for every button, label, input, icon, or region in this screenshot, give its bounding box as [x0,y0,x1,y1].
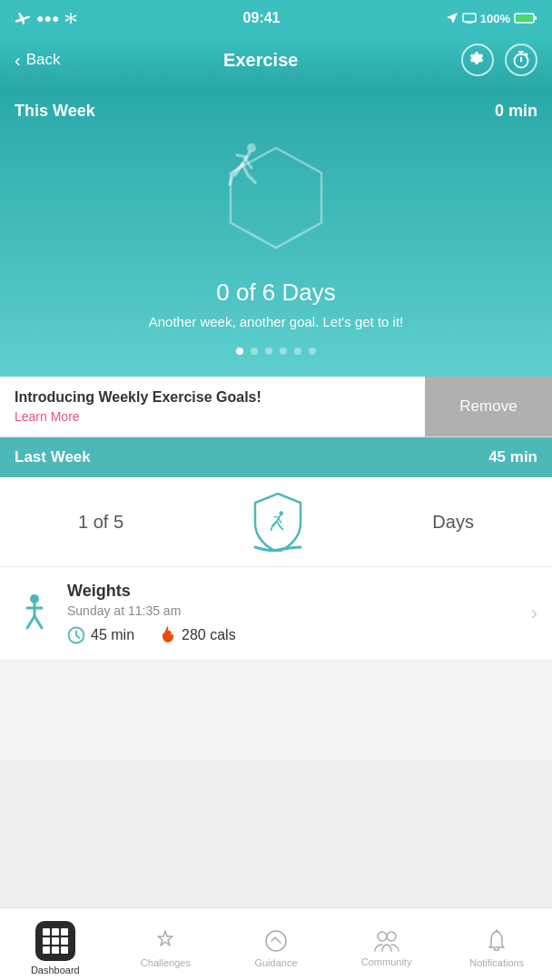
hex-icon [217,139,335,257]
notifications-icon [485,928,508,954]
learn-more-link[interactable]: Learn More [15,409,410,424]
status-bar-left: ●●● [15,11,77,25]
svg-point-23 [387,932,396,941]
activity-summary: 1 of 5 Days [0,477,552,567]
workout-details: Weights Sunday at 11:35 am 45 min 280 ca… [67,582,518,645]
workout-item[interactable]: Weights Sunday at 11:35 am 45 min 280 ca… [0,567,552,661]
svg-line-6 [74,15,77,17]
runner-icon [217,139,271,193]
back-button[interactable]: ‹ Back [15,50,60,71]
guidance-label: Guidance [254,957,297,968]
svg-line-3 [65,15,69,17]
challenges-label: Challenges [141,957,191,968]
workout-figure-icon [15,593,54,633]
status-bar-time: 09:41 [243,10,281,26]
status-bar-right: 100% [446,12,537,25]
carousel-dots [15,348,537,369]
battery-icon [514,12,537,24]
svg-point-14 [280,511,284,515]
empty-content-area [0,661,552,760]
airplane-icon [15,12,31,24]
svg-rect-9 [534,16,537,20]
gear-icon [468,51,487,69]
page-title: Exercise [223,50,298,71]
banner-title-text: Introducing Weekly Exercise Goals! [15,389,261,405]
svg-point-0 [69,16,73,20]
status-bar: ●●● 09:41 100% [0,0,552,36]
nav-challenges[interactable]: Challenges [111,921,222,968]
challenges-icon [153,928,178,954]
dot-2[interactable] [251,348,258,355]
screen-icon [462,13,477,24]
hero-section: This Week 0 min 0 of 6 Days Anothe [0,87,552,377]
this-week-row: This Week 0 min [15,102,537,121]
stopwatch-button[interactable] [505,44,537,76]
last-week-label: Last Week [15,448,91,466]
svg-line-19 [34,616,42,628]
nav-community[interactable]: Community [331,922,442,967]
dashboard-grid [43,928,68,954]
exercise-icon-container [15,139,537,257]
nav-dashboard[interactable]: Dashboard [0,914,111,975]
back-chevron-icon: ‹ [15,50,21,71]
this-week-label: This Week [15,102,95,121]
promo-banner: Introducing Weekly Exercise Goals! Learn… [0,377,552,437]
svg-rect-10 [516,15,532,22]
settings-button[interactable] [461,44,494,76]
page-header: ‹ Back Exercise [0,36,552,87]
shield-badge [251,492,305,552]
dot-6[interactable] [309,348,316,355]
workout-datetime: Sunday at 11:35 am [67,603,518,618]
days-count: 1 of 5 [78,512,123,533]
network-icon [64,12,77,24]
dashboard-label: Dashboard [31,965,80,975]
notifications-label: Notifications [469,957,524,968]
nav-notifications[interactable]: Notifications [441,921,552,968]
workout-stats: 45 min 280 cals [67,625,518,645]
community-label: Community [361,956,412,967]
svg-line-18 [27,616,34,628]
last-week-value: 45 min [488,448,537,466]
guidance-icon [263,928,289,954]
fire-icon [160,625,176,645]
this-week-value: 0 min [495,102,537,121]
calories-stat: 280 cals [160,625,236,645]
community-icon [373,929,400,953]
stopwatch-icon [511,50,531,70]
banner-title: Introducing Weekly Exercise Goals! [15,389,410,406]
days-label: Days [432,512,474,533]
bottom-navigation: Dashboard Challenges Guidance Community [0,907,552,980]
shield-runner-icon [265,509,291,534]
svg-point-24 [496,929,498,932]
workout-name: Weights [67,582,518,601]
nav-guidance[interactable]: Guidance [221,921,331,968]
dot-3[interactable] [265,348,272,355]
dot-5[interactable] [294,348,301,355]
signal-bars: ●●● [36,11,59,25]
workout-chevron-icon: › [531,602,537,625]
last-week-section: Last Week 45 min [0,437,552,477]
calories-value: 280 cals [182,627,236,643]
svg-point-21 [266,931,286,951]
shield-accent [251,543,305,552]
location-icon [446,12,458,24]
svg-point-22 [378,932,387,941]
days-progress-text: 0 of 6 Days [15,279,537,307]
banner-content: Introducing Weekly Exercise Goals! Learn… [0,377,425,436]
dashboard-icon [35,921,75,961]
dot-4[interactable] [280,348,287,355]
header-actions [461,44,537,76]
remove-banner-button[interactable]: Remove [425,377,552,436]
goal-message: Another week, another goal. Let's get to… [15,314,537,329]
clock-icon [67,626,85,644]
duration-value: 45 min [91,627,134,643]
back-label: Back [26,51,61,69]
dot-1[interactable] [236,348,243,355]
svg-line-5 [65,19,69,21]
person-icon [18,593,51,633]
battery-percent: 100% [480,12,510,25]
svg-line-4 [74,19,77,21]
duration-stat: 45 min [67,626,134,644]
svg-point-13 [247,143,256,152]
svg-rect-7 [463,14,476,22]
